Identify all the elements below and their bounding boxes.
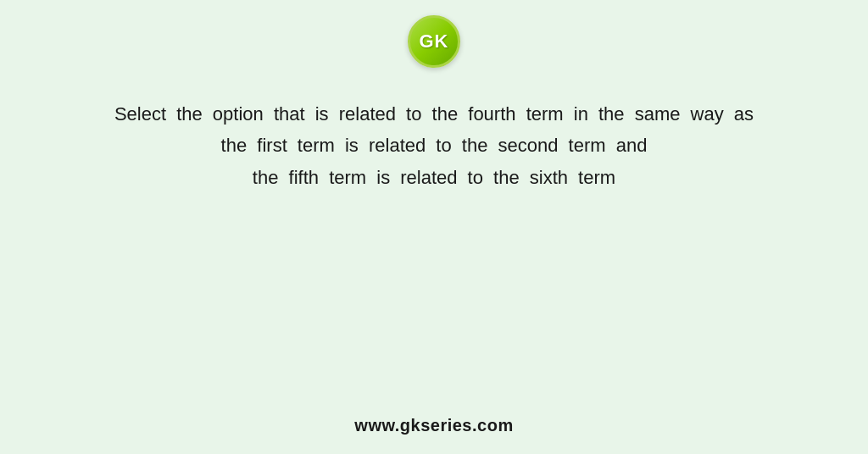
logo-container: GK <box>408 15 460 68</box>
question-line1: Select the option that is related to the… <box>114 98 754 130</box>
logo-text: GK <box>420 30 449 53</box>
question-line2: the first term is related to the second … <box>114 130 754 161</box>
question-text: Select the option that is related to the… <box>64 98 804 193</box>
footer: www.gkseries.com <box>0 416 868 435</box>
footer-url: www.gkseries.com <box>354 416 513 435</box>
question-line3: the fifth term is related to the sixth t… <box>114 162 754 193</box>
logo-circle: GK <box>408 15 460 68</box>
